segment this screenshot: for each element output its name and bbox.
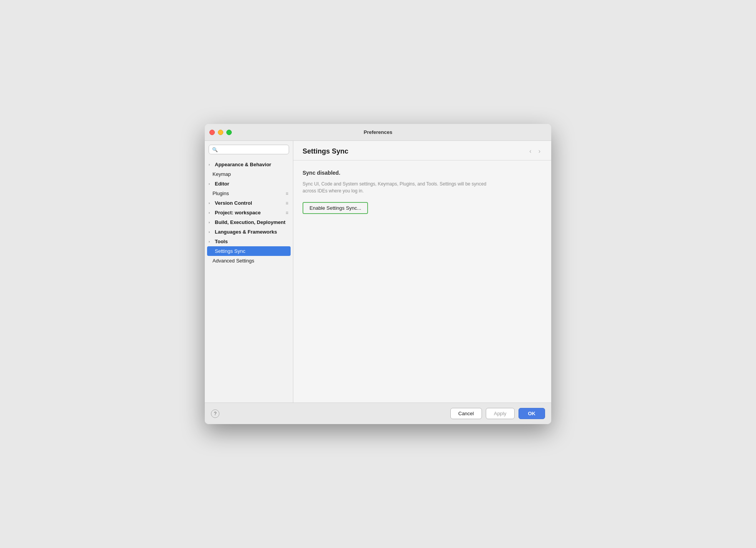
help-button[interactable]: ? xyxy=(211,409,219,418)
chevron-icon: › xyxy=(209,211,213,215)
maximize-button[interactable] xyxy=(226,130,232,135)
page-title: Settings Sync xyxy=(303,147,348,155)
minimize-button[interactable] xyxy=(218,130,223,135)
sidebar-item-label: Settings Sync xyxy=(215,248,246,254)
main-content: Settings Sync ‹ › Sync disabled. Sync UI… xyxy=(293,141,551,403)
apply-button[interactable]: Apply xyxy=(486,408,515,419)
chevron-icon: › xyxy=(209,240,213,244)
sidebar-item-label: Project: workspace xyxy=(215,210,261,216)
search-container: 🔍 xyxy=(205,141,293,158)
cancel-button[interactable]: Cancel xyxy=(450,408,482,419)
sidebar-item-label: Tools xyxy=(215,239,228,244)
main-header: Settings Sync ‹ › xyxy=(293,141,551,160)
traffic-lights xyxy=(209,130,232,135)
sidebar-item-settings-sync[interactable]: Settings Sync xyxy=(207,246,291,256)
chevron-icon: › xyxy=(209,182,213,186)
search-wrapper[interactable]: 🔍 xyxy=(209,145,289,154)
sidebar-item-plugins[interactable]: Plugins≡ xyxy=(205,189,293,198)
sync-description: Sync UI, Code and System settings, Keyma… xyxy=(303,180,495,194)
nav-badge: ≡ xyxy=(286,210,288,216)
sync-status: Sync disabled. xyxy=(303,170,542,176)
sidebar-item-advanced-settings[interactable]: Advanced Settings xyxy=(205,256,293,266)
footer: ? Cancel Apply OK xyxy=(205,403,551,424)
chevron-icon: › xyxy=(209,163,213,167)
chevron-icon: › xyxy=(209,221,213,224)
sidebar-item-appearance-behavior[interactable]: ›Appearance & Behavior xyxy=(205,160,293,169)
sidebar-item-label: Advanced Settings xyxy=(212,258,254,264)
sidebar-item-languages-frameworks[interactable]: ›Languages & Frameworks xyxy=(205,227,293,237)
close-button[interactable] xyxy=(209,130,215,135)
sidebar-item-project-workspace[interactable]: ›Project: workspace≡ xyxy=(205,208,293,217)
sidebar-item-build-execution-deployment[interactable]: ›Build, Execution, Deployment xyxy=(205,217,293,227)
nav-items: ›Appearance & BehaviorKeymap›EditorPlugi… xyxy=(205,158,293,403)
sidebar-item-label: Languages & Frameworks xyxy=(215,229,277,235)
back-arrow[interactable]: ‹ xyxy=(528,147,533,155)
sidebar-item-label: Build, Execution, Deployment xyxy=(215,219,285,225)
sidebar-item-tools[interactable]: ›Tools xyxy=(205,237,293,246)
window-title: Preferences xyxy=(364,129,392,135)
titlebar: Preferences xyxy=(205,124,551,141)
sidebar-item-label: Keymap xyxy=(212,171,231,177)
content-area: 🔍 ›Appearance & BehaviorKeymap›EditorPlu… xyxy=(205,141,551,403)
nav-badge: ≡ xyxy=(286,191,288,196)
sidebar: 🔍 ›Appearance & BehaviorKeymap›EditorPlu… xyxy=(205,141,293,403)
sidebar-item-keymap[interactable]: Keymap xyxy=(205,169,293,179)
sidebar-item-label: Editor xyxy=(215,181,229,187)
sidebar-item-label: Appearance & Behavior xyxy=(215,162,271,167)
chevron-icon: › xyxy=(209,230,213,234)
enable-settings-sync-button[interactable]: Enable Settings Sync... xyxy=(303,202,368,214)
forward-arrow[interactable]: › xyxy=(537,147,542,155)
sidebar-item-editor[interactable]: ›Editor xyxy=(205,179,293,189)
sidebar-item-label: Plugins xyxy=(212,190,229,196)
footer-buttons: Cancel Apply OK xyxy=(450,408,545,419)
search-input[interactable] xyxy=(220,147,286,152)
search-icon: 🔍 xyxy=(212,147,218,152)
ok-button[interactable]: OK xyxy=(518,408,545,419)
sidebar-item-label: Version Control xyxy=(215,200,252,206)
navigation-arrows: ‹ › xyxy=(528,147,542,155)
preferences-window: Preferences 🔍 ›Appearance & BehaviorKeym… xyxy=(205,124,551,424)
main-body: Sync disabled. Sync UI, Code and System … xyxy=(293,160,551,403)
nav-badge: ≡ xyxy=(286,200,288,206)
chevron-icon: › xyxy=(209,201,213,205)
sidebar-item-version-control[interactable]: ›Version Control≡ xyxy=(205,198,293,208)
